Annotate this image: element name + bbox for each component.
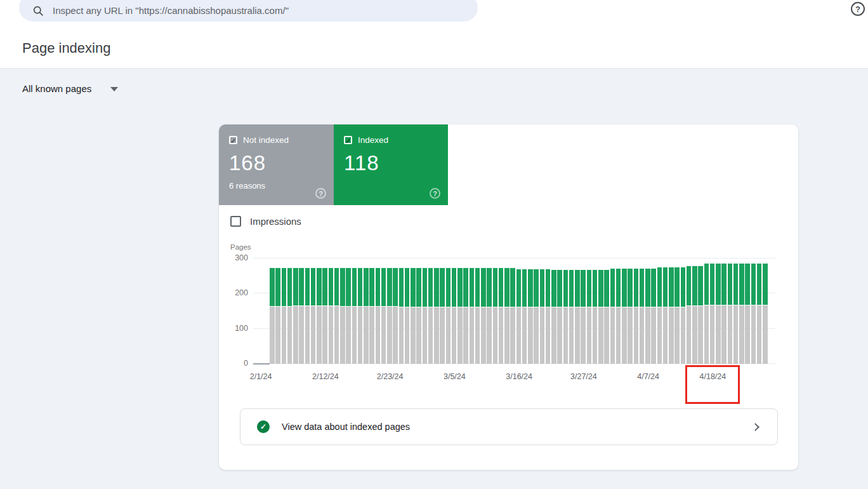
checkbox-unchecked-icon[interactable] <box>230 216 241 227</box>
question-mark-circle-icon[interactable]: ? <box>430 188 440 199</box>
chart-bar[interactable] <box>674 267 680 364</box>
chart-bar[interactable] <box>575 270 580 364</box>
chart-bar[interactable] <box>393 268 398 364</box>
chart-bar[interactable] <box>651 269 656 364</box>
chart-bar[interactable] <box>446 268 451 364</box>
chart-bar[interactable] <box>563 270 569 364</box>
chart-bar[interactable] <box>634 269 639 364</box>
view-data-button[interactable]: ✓ View data about indexed pages <box>240 408 778 445</box>
chart-bar[interactable] <box>681 267 686 364</box>
chart-bar[interactable] <box>470 268 475 364</box>
chart-bar[interactable] <box>698 266 703 364</box>
chart-bar[interactable] <box>387 268 392 364</box>
chart-bar[interactable] <box>516 269 522 364</box>
chart-bar[interactable] <box>416 268 421 364</box>
chart-bar[interactable] <box>322 268 327 364</box>
chart-bar[interactable] <box>463 268 468 364</box>
url-inspection-search-bar[interactable] <box>19 0 478 22</box>
tab-not-indexed[interactable]: ✓ Not indexed 168 6 reasons ? <box>219 124 334 205</box>
chart-bar[interactable] <box>604 270 609 364</box>
chart-bar[interactable] <box>275 268 280 364</box>
chart-bar[interactable] <box>598 270 603 364</box>
chart-bar[interactable] <box>587 270 592 364</box>
chart-bar[interactable] <box>293 268 298 364</box>
chart-bar[interactable] <box>440 268 445 364</box>
chart-bar[interactable] <box>551 270 556 364</box>
chart-bar[interactable] <box>481 268 486 364</box>
tab-indexed[interactable]: ✓ Indexed 118 ? <box>334 124 448 205</box>
chart-bar[interactable] <box>311 268 316 364</box>
chart-bar[interactable] <box>522 269 527 364</box>
bar-segment-indexed <box>587 270 592 307</box>
chart-bar[interactable] <box>282 268 287 364</box>
chart-bar[interactable] <box>305 268 310 364</box>
chart-bar[interactable] <box>358 268 363 364</box>
chart-bar[interactable] <box>581 270 586 364</box>
chart-bar[interactable] <box>763 264 768 364</box>
chart-bar[interactable] <box>369 268 374 364</box>
chart-bar[interactable] <box>628 269 633 364</box>
help-icon[interactable]: ? <box>851 2 865 16</box>
chart-bar[interactable] <box>728 264 733 364</box>
checkbox-checked-icon[interactable]: ✓ <box>344 136 352 144</box>
chart-bar[interactable] <box>423 268 428 364</box>
chart-bar[interactable] <box>622 269 627 364</box>
impressions-toggle[interactable]: Impressions <box>230 216 301 227</box>
chart-bar[interactable] <box>457 268 463 364</box>
chart-bar[interactable] <box>346 268 351 364</box>
question-mark-circle-icon[interactable]: ? <box>315 188 326 199</box>
chart-bar[interactable] <box>270 268 275 364</box>
chart-bar[interactable] <box>557 270 562 364</box>
chart-bar[interactable] <box>493 268 498 364</box>
bar-segment-indexed <box>487 268 492 307</box>
chart-bar[interactable] <box>534 269 539 364</box>
chart-bar[interactable] <box>546 269 551 364</box>
chart-bar[interactable] <box>751 264 756 364</box>
chart-bar[interactable] <box>499 268 504 364</box>
checkbox-checked-icon[interactable]: ✓ <box>229 136 237 144</box>
chart-bar[interactable] <box>381 268 386 364</box>
chart-bar[interactable] <box>299 268 304 364</box>
chart-bar[interactable] <box>428 268 433 364</box>
chart-bar[interactable] <box>340 268 345 364</box>
chart-bar[interactable] <box>475 268 480 364</box>
chart-bar[interactable] <box>364 268 369 364</box>
chart-bar[interactable] <box>733 264 739 364</box>
chart-bar[interactable] <box>645 269 650 364</box>
chart-bar[interactable] <box>616 269 621 364</box>
chart-bar[interactable] <box>610 269 615 364</box>
chart-bar[interactable] <box>569 270 574 364</box>
search-input[interactable] <box>53 3 468 17</box>
page-filter-dropdown[interactable]: All known pages <box>22 83 118 94</box>
chart-bar[interactable] <box>687 266 692 364</box>
chart-bar[interactable] <box>317 268 322 364</box>
chart-bar[interactable] <box>640 269 645 364</box>
chart-bar[interactable] <box>504 268 510 364</box>
chart-bar[interactable] <box>399 268 404 364</box>
chart-bar[interactable] <box>434 268 439 364</box>
chart-bar[interactable] <box>669 267 674 364</box>
chart-bar[interactable] <box>528 269 533 364</box>
chart-bar[interactable] <box>657 267 662 364</box>
chart-bar[interactable] <box>352 268 357 364</box>
chart-bar[interactable] <box>593 270 598 364</box>
chart-bar[interactable] <box>329 268 334 364</box>
chart-bar[interactable] <box>287 268 293 364</box>
chart-bar[interactable] <box>710 264 715 364</box>
chart-bar[interactable] <box>376 268 381 364</box>
chart-bar[interactable] <box>716 264 721 364</box>
chart-bar[interactable] <box>704 264 709 364</box>
chart-bar[interactable] <box>405 268 410 364</box>
chart-bar[interactable] <box>739 264 744 364</box>
chart-bar[interactable] <box>452 268 457 364</box>
chart-bar[interactable] <box>510 268 515 364</box>
chart-bar[interactable] <box>411 268 416 364</box>
chart-bar[interactable] <box>757 264 762 364</box>
chart-bar[interactable] <box>487 268 492 364</box>
chart-bar[interactable] <box>721 264 727 364</box>
chart-bar[interactable] <box>692 266 697 364</box>
chart-bar[interactable] <box>663 267 668 364</box>
chart-bar[interactable] <box>745 264 750 364</box>
chart-bar[interactable] <box>540 269 545 364</box>
chart-bar[interactable] <box>334 268 339 364</box>
